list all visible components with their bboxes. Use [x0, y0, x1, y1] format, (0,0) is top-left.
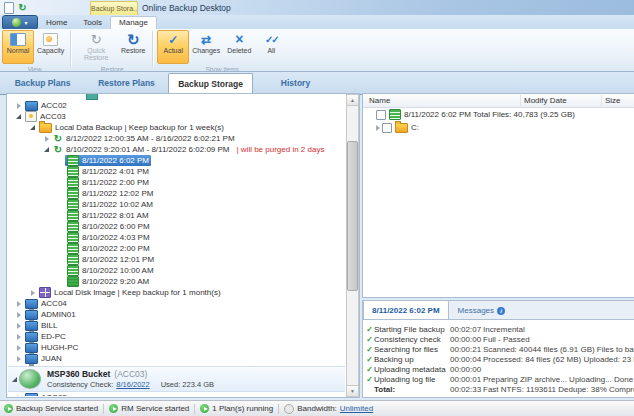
expander-spacer: [56, 222, 65, 231]
tree-item[interactable]: 8/10/2022 12:01 PM: [8, 254, 345, 265]
rp-inc-icon: [67, 188, 79, 199]
tree-item[interactable]: 8/11/2022 12:02 PM: [8, 188, 345, 199]
detail-tab-restore-point[interactable]: 8/11/2022 6:02 PM: [363, 300, 449, 321]
application-menu-button[interactable]: ▾: [2, 15, 38, 30]
check-icon: ✓: [365, 335, 374, 344]
expander-spacer: [56, 189, 65, 198]
progress-duration: 00:00:01: [450, 375, 483, 384]
expander-icon[interactable]: [28, 288, 37, 297]
normal-button[interactable]: Normal: [2, 30, 34, 64]
expander-icon[interactable]: [14, 299, 23, 308]
column-header-modify-date[interactable]: Modify Date: [524, 94, 567, 107]
ribbon-tab-tools[interactable]: Tools: [75, 16, 110, 29]
computer-icon: [25, 393, 38, 397]
tree-item[interactable]: 8/12/2022 12:00:35 AM - 8/16/2022 6:02:2…: [8, 133, 345, 144]
refresh-icon[interactable]: ↻: [17, 2, 28, 13]
file-list-row[interactable]: C:: [363, 121, 634, 134]
tree-item[interactable]: ACC04: [8, 298, 345, 309]
tree-item[interactable]: 8/11/2022 6:02 PM: [8, 155, 345, 166]
changes-button[interactable]: ⇄Changes: [189, 30, 223, 64]
tab-backup-plans[interactable]: Backup Plans: [0, 72, 85, 94]
expander-icon[interactable]: [14, 393, 23, 396]
expander-icon[interactable]: [42, 134, 51, 143]
ribbon-tab-row: ▾ HomeToolsManage: [0, 15, 634, 29]
expander-icon[interactable]: [14, 101, 23, 110]
tree-item[interactable]: 8/11/2022 8:01 AM: [8, 210, 345, 221]
tree-item[interactable]: 8/10/2022 9:20:01 AM - 8/11/2022 6:02:09…: [8, 144, 345, 155]
tab-restore-plans[interactable]: Restore Plans: [85, 72, 168, 94]
capacity-gauge-icon: [43, 33, 58, 46]
tree-item[interactable]: HUGH-PC: [8, 342, 345, 353]
expander-icon[interactable]: [14, 112, 23, 121]
column-header-name[interactable]: Name: [369, 94, 390, 107]
expander-icon[interactable]: [14, 354, 23, 363]
rp-inc-icon: [67, 199, 79, 210]
tree-item[interactable]: ACC03: [8, 111, 345, 122]
tree-item[interactable]: 8/10/2022 10:00 AM: [8, 265, 345, 276]
tree-item[interactable]: Local Disk Image | Keep backup for 1 mon…: [8, 287, 345, 298]
expander-icon[interactable]: [14, 343, 23, 352]
expander-icon[interactable]: [373, 123, 382, 132]
progress-details: Scanned: 40044 files (6.91 GB) Files to …: [483, 345, 634, 354]
progress-row: ✓Backing up00:00:04Processed: 84 files (…: [363, 354, 634, 364]
detail-tab-messages[interactable]: Messagesi: [449, 300, 514, 321]
check-icon: ✓: [365, 325, 374, 334]
tree-scrollbar[interactable]: ▲ ▼: [346, 94, 359, 397]
check-icon: ✓: [365, 365, 374, 374]
expander-icon[interactable]: [10, 375, 19, 384]
tree-item[interactable]: ED-PC: [8, 331, 345, 342]
group-separator: [152, 31, 154, 67]
checkbox[interactable]: [376, 110, 386, 120]
file-list-row[interactable]: 8/11/2022 6:02 PM Total Files: 40,783 (9…: [363, 108, 634, 121]
tree-item[interactable]: JUAN: [8, 353, 345, 364]
online-backup-desktop-window: ↻ Backup Stora... Online Backup Desktop …: [0, 0, 634, 416]
expander-icon[interactable]: [14, 332, 23, 341]
tab-backup-storage[interactable]: Backup Storage: [168, 73, 253, 94]
tree-item[interactable]: 8/11/2022 4:01 PM: [8, 166, 345, 177]
scrollbar-thumb[interactable]: [347, 141, 358, 291]
tree-item[interactable]: 8/10/2022 2:00 PM: [8, 243, 345, 254]
expander-icon[interactable]: [28, 123, 37, 132]
rp-inc-icon: [67, 177, 79, 188]
service-running-icon: [4, 404, 13, 413]
tree-item[interactable]: 8/10/2022 9:20 AM: [8, 276, 345, 287]
window-layout-icon: [10, 33, 26, 46]
tree-item[interactable]: Local Data Backup | Keep backup for 1 we…: [8, 122, 345, 133]
tree-item[interactable]: BILL: [8, 320, 345, 331]
ribbon-group-view: NormalCapacityView: [2, 30, 67, 73]
file-list-header: NameModify DateSize: [363, 94, 634, 108]
expander-icon[interactable]: [14, 321, 23, 330]
consistency-check-label: Consistency Check:: [47, 380, 113, 389]
column-header-size[interactable]: Size: [605, 94, 621, 107]
expander-icon[interactable]: [42, 145, 51, 154]
all-button[interactable]: ✓✓All: [255, 30, 287, 64]
scroll-down-button[interactable]: ▼: [347, 385, 358, 396]
ribbon-tab-manage[interactable]: Manage: [110, 16, 157, 30]
rp-inc-icon: [67, 232, 79, 243]
progress-duration: 00:00:00: [450, 365, 483, 374]
deleted-button[interactable]: ×Deleted: [223, 30, 255, 64]
tree-item[interactable]: ADMIN01: [8, 309, 345, 320]
tree-item[interactable]: 8/11/2022 2:00 PM: [8, 177, 345, 188]
tab-history[interactable]: History: [253, 72, 338, 94]
tree-item[interactable]: 8/10/2022 4:03 PM: [8, 232, 345, 243]
checkbox[interactable]: [382, 123, 392, 133]
expander-icon[interactable]: [14, 310, 23, 319]
check-icon: ✓: [365, 355, 374, 364]
capacity-button[interactable]: Capacity: [34, 30, 67, 64]
progress-row: ✓Consistency check00:00:00Full - Passed: [363, 334, 634, 344]
tree-item[interactable]: 8/10/2022 6:00 PM: [8, 221, 345, 232]
quick-restore-button[interactable]: ↻Quick Restore: [75, 30, 117, 64]
ribbon-tab-home[interactable]: Home: [38, 16, 75, 29]
restore-point-file-list: NameModify DateSize 8/11/2022 6:02 PM To…: [362, 93, 634, 298]
tree-item[interactable]: ACC02: [8, 392, 345, 396]
page-icon[interactable]: [4, 2, 14, 14]
tree-item[interactable]: 8/11/2022 10:02 AM: [8, 199, 345, 210]
tree-item-bucket[interactable]: MSP360 Bucket(ACC03)Consistency Check:8/…: [8, 366, 345, 392]
consistency-check-date-link[interactable]: 8/16/2022: [116, 380, 149, 389]
tree-item[interactable]: ACC02: [8, 100, 345, 111]
actual-button[interactable]: ✓Actual: [157, 30, 189, 64]
restore-button[interactable]: ↻Restore: [117, 30, 149, 64]
scroll-up-button[interactable]: ▲: [347, 95, 358, 106]
bandwidth-link[interactable]: Unlimited: [340, 404, 373, 413]
